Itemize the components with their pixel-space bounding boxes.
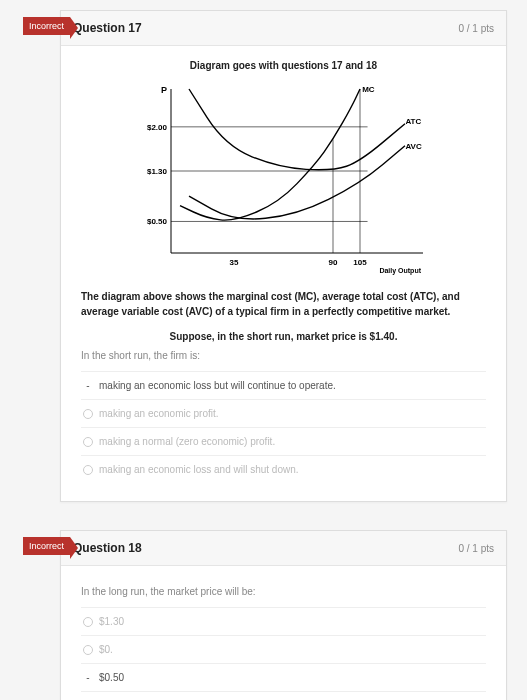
- option[interactable]: - $0.50: [81, 663, 486, 691]
- option-text: $0.50: [99, 672, 124, 683]
- option[interactable]: - making an economic loss but will conti…: [81, 371, 486, 399]
- option-text: making an economic loss and will shut do…: [99, 464, 299, 475]
- option-text: making an economic loss but will continu…: [99, 380, 336, 391]
- chart-svg: PDaily Output$0.50$1.30$2.003590105MCATC…: [129, 79, 439, 279]
- question-header: Question 17 0 / 1 pts: [61, 11, 506, 46]
- flag-label: Incorrect: [23, 537, 70, 555]
- question-body: Diagram goes with questions 17 and 18 PD…: [61, 46, 506, 501]
- radio-icon: [83, 408, 93, 419]
- option[interactable]: $2.00: [81, 691, 486, 700]
- option-text: $1.30: [99, 616, 124, 627]
- svg-text:$2.00: $2.00: [146, 123, 167, 132]
- option-text: making an economic profit.: [99, 408, 219, 419]
- svg-text:Daily Output: Daily Output: [379, 267, 421, 275]
- svg-text:AVC: AVC: [405, 142, 422, 151]
- radio-icon: [83, 436, 93, 447]
- question-18: Incorrect Question 18 0 / 1 pts In the l…: [60, 530, 507, 700]
- option-text: making a normal (zero economic) profit.: [99, 436, 275, 447]
- cost-curves-chart: PDaily Output$0.50$1.30$2.003590105MCATC…: [129, 79, 439, 279]
- option[interactable]: $1.30: [81, 607, 486, 635]
- svg-text:$1.30: $1.30: [146, 167, 167, 176]
- incorrect-flag: Incorrect: [23, 17, 70, 35]
- svg-text:105: 105: [353, 258, 367, 267]
- question-points: 0 / 1 pts: [458, 543, 494, 554]
- svg-text:P: P: [160, 85, 166, 95]
- radio-icon: [83, 464, 93, 475]
- question-points: 0 / 1 pts: [458, 23, 494, 34]
- diagram-caption: Diagram goes with questions 17 and 18: [81, 60, 486, 71]
- selected-dash-icon: -: [83, 380, 93, 391]
- question-title: Question 18: [73, 541, 142, 555]
- option[interactable]: making a normal (zero economic) profit.: [81, 427, 486, 455]
- question-header: Question 18 0 / 1 pts: [61, 531, 506, 566]
- option[interactable]: making an economic loss and will shut do…: [81, 455, 486, 483]
- question-title: Question 17: [73, 21, 142, 35]
- option-text: $0.: [99, 644, 113, 655]
- flag-label: Incorrect: [23, 17, 70, 35]
- question-stem: In the long run, the market price will b…: [81, 586, 486, 597]
- prompt-sub: Suppose, in the short run, market price …: [81, 329, 486, 344]
- incorrect-flag: Incorrect: [23, 537, 70, 555]
- svg-text:ATC: ATC: [405, 117, 421, 126]
- prompt-main: The diagram above shows the marginal cos…: [81, 289, 486, 319]
- svg-text:90: 90: [328, 258, 337, 267]
- svg-text:35: 35: [229, 258, 238, 267]
- option[interactable]: making an economic profit.: [81, 399, 486, 427]
- selected-dash-icon: -: [83, 672, 93, 683]
- svg-text:$0.50: $0.50: [146, 217, 167, 226]
- question-body: In the long run, the market price will b…: [61, 566, 506, 700]
- radio-icon: [83, 616, 93, 627]
- option[interactable]: $0.: [81, 635, 486, 663]
- radio-icon: [83, 644, 93, 655]
- question-17: Incorrect Question 17 0 / 1 pts Diagram …: [60, 10, 507, 502]
- svg-text:MC: MC: [362, 85, 375, 94]
- question-stem: In the short run, the firm is:: [81, 350, 486, 361]
